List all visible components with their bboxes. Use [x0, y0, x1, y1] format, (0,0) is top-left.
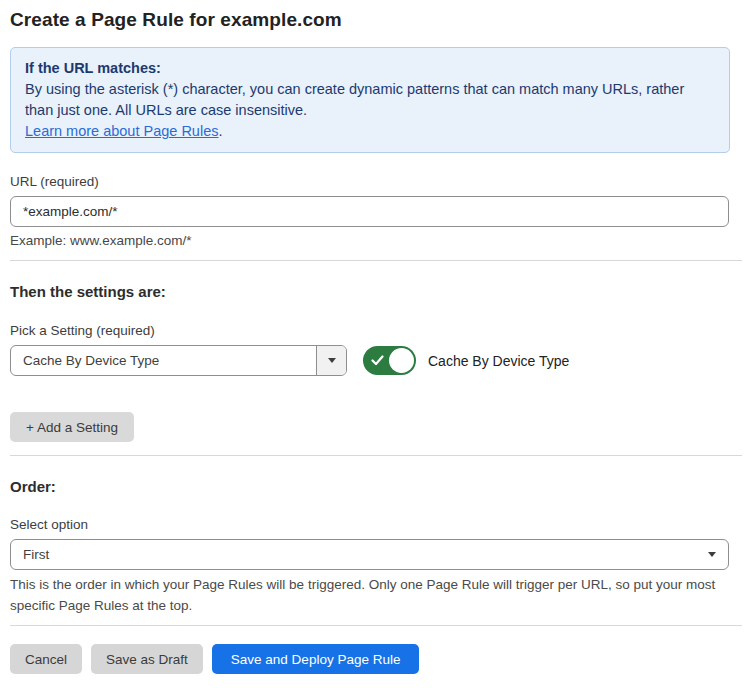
chevron-down-icon	[708, 552, 716, 557]
setting-select-value: Cache By Device Type	[11, 346, 316, 375]
settings-section-heading: Then the settings are:	[10, 283, 742, 301]
pick-setting-label: Pick a Setting (required)	[10, 323, 742, 339]
save-and-deploy-button[interactable]: Save and Deploy Page Rule	[212, 644, 420, 674]
footer-button-row: Cancel Save as Draft Save and Deploy Pag…	[10, 644, 742, 674]
page-title: Create a Page Rule for example.com	[10, 8, 742, 31]
url-match-info-box: If the URL matches: By using the asteris…	[10, 47, 730, 153]
create-page-rule-panel: Create a Page Rule for example.com If th…	[0, 0, 750, 688]
setting-row: Cache By Device Type Cache By Device Typ…	[10, 345, 742, 376]
link-suffix: .	[218, 123, 222, 139]
order-select-label: Select option	[10, 517, 742, 533]
url-example-helper: Example: www.example.com/*	[10, 233, 742, 249]
cancel-button[interactable]: Cancel	[10, 644, 82, 674]
setting-select-arrow-button[interactable]	[316, 346, 346, 375]
order-select-value: First	[11, 540, 708, 569]
info-box-heading: If the URL matches:	[25, 58, 715, 79]
order-section-heading: Order:	[10, 478, 742, 496]
setting-select[interactable]: Cache By Device Type	[10, 345, 347, 376]
order-select[interactable]: First	[10, 539, 729, 570]
divider	[10, 260, 742, 261]
setting-toggle-label: Cache By Device Type	[428, 353, 569, 369]
add-setting-button[interactable]: + Add a Setting	[10, 412, 134, 442]
url-input[interactable]	[10, 196, 729, 227]
info-box-body: By using the asterisk (*) character, you…	[25, 79, 715, 121]
divider	[10, 455, 742, 456]
info-link-line: Learn more about Page Rules.	[25, 121, 715, 142]
setting-toggle[interactable]	[363, 346, 416, 375]
toggle-knob	[389, 348, 414, 373]
chevron-down-icon	[328, 358, 336, 363]
url-field-label: URL (required)	[10, 174, 742, 190]
order-helper-text: This is the order in which your Page Rul…	[10, 574, 729, 616]
check-icon	[371, 355, 384, 366]
order-select-arrow-area	[708, 540, 728, 569]
divider	[10, 625, 742, 626]
learn-more-link[interactable]: Learn more about Page Rules	[25, 123, 218, 139]
save-as-draft-button[interactable]: Save as Draft	[91, 644, 203, 674]
